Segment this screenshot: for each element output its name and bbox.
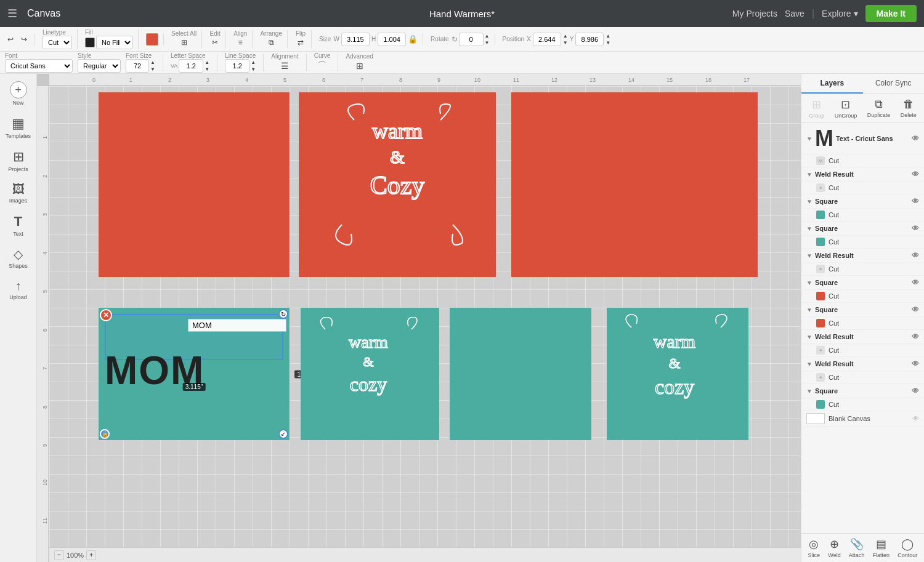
position-x-input[interactable]: [533, 33, 561, 46]
rotate-down-button[interactable]: ▼: [485, 39, 490, 46]
my-projects-link[interactable]: My Projects: [732, 9, 777, 18]
font-size-down-button[interactable]: ▼: [150, 66, 155, 73]
teal-rect-1[interactable]: MOM ✕ ↻ ↙ 🔒 3.115" 1.004": [99, 308, 290, 440]
line-color-swatch[interactable]: [146, 33, 158, 46]
edit-button[interactable]: ✂: [209, 37, 221, 48]
fill-color-swatch[interactable]: [85, 38, 95, 47]
layer-header-weld-4[interactable]: ▼ Weld Result 👁: [801, 357, 924, 371]
red-rect-2[interactable]: warm & Cozy: [299, 92, 496, 277]
font-size-input[interactable]: [126, 59, 149, 73]
line-space-up-button[interactable]: ▲: [251, 59, 256, 66]
panel-action-delete[interactable]: 🗑 Delete: [901, 98, 917, 119]
flip-button[interactable]: ⇄: [295, 37, 306, 48]
panel-action-weld[interactable]: ⊕ Weld: [828, 537, 840, 558]
layer-item-square-3[interactable]: Cut: [801, 290, 924, 303]
sidebar-item-images[interactable]: 🖼 Images: [0, 177, 36, 209]
layer-item-weld-3[interactable]: ✦ Cut: [801, 344, 924, 357]
eye-icon[interactable]: 👁: [912, 359, 919, 368]
canvas-area[interactable]: 0 1 2 3 4 5 6 7 8 9 10 11 12 13 14 15 16…: [37, 74, 801, 562]
font-size-up-button[interactable]: ▲: [150, 59, 155, 66]
red-rect-3[interactable]: [511, 92, 758, 277]
pos-y-up-button[interactable]: ▲: [606, 33, 610, 39]
sidebar-item-upload[interactable]: ↑ Upload: [0, 274, 36, 305]
arrange-button[interactable]: ⧉: [266, 37, 277, 48]
layer-header-square-5[interactable]: ▼ Square 👁: [801, 384, 924, 398]
eye-icon[interactable]: 👁: [912, 278, 919, 287]
sidebar-item-projects[interactable]: ⊞ Projects: [0, 144, 36, 177]
redo-button[interactable]: ↪: [18, 34, 30, 45]
sidebar-item-new[interactable]: + New: [0, 76, 36, 111]
sidebar-item-text[interactable]: T Text: [0, 209, 36, 242]
red-rect-1[interactable]: [99, 92, 290, 277]
pos-y-down-button[interactable]: ▼: [606, 39, 610, 46]
line-space-down-button[interactable]: ▼: [251, 66, 256, 73]
canvas-content[interactable]: warm & Cozy: [49, 86, 801, 547]
align-button[interactable]: ≡: [236, 37, 245, 48]
curve-button[interactable]: ⌒: [315, 59, 329, 73]
layer-item-square-5[interactable]: Cut: [801, 398, 924, 411]
eye-icon[interactable]: 👁: [912, 134, 919, 143]
layer-item-blank-canvas[interactable]: Blank Canvas 👁: [801, 411, 924, 427]
letter-space-up-button[interactable]: ▲: [205, 59, 209, 66]
panel-action-ungroup[interactable]: ⊡ UnGroup: [835, 98, 857, 119]
select-all-button[interactable]: ⊞: [179, 37, 190, 48]
layer-header-square-3[interactable]: ▼ Square 👁: [801, 276, 924, 290]
layer-header-square-4[interactable]: ▼ Square 👁: [801, 303, 924, 317]
font-select[interactable]: Cricut Sans: [5, 59, 73, 73]
panel-action-attach[interactable]: 📎 Attach: [849, 537, 865, 558]
eye-icon[interactable]: 👁: [912, 197, 919, 206]
zoom-in-button[interactable]: +: [86, 550, 96, 560]
save-link[interactable]: Save: [785, 9, 804, 18]
letter-space-input[interactable]: [179, 59, 203, 73]
tab-color-sync[interactable]: Color Sync: [863, 74, 925, 94]
layer-header-square-1[interactable]: ▼ Square 👁: [801, 195, 924, 209]
undo-button[interactable]: ↩: [5, 34, 16, 45]
panel-action-slice[interactable]: ◎ Slice: [808, 537, 821, 558]
sidebar-item-shapes[interactable]: ◇ Shapes: [0, 242, 36, 274]
zoom-out-button[interactable]: −: [54, 550, 64, 560]
panel-action-group[interactable]: ⊞ Group: [809, 98, 824, 119]
delete-handle[interactable]: ✕: [100, 309, 112, 321]
eye-icon[interactable]: 👁: [912, 387, 919, 395]
fill-select[interactable]: No Fill: [96, 36, 133, 49]
layer-item-square-2[interactable]: Cut: [801, 236, 924, 249]
layer-header-weld-3[interactable]: ▼ Weld Result 👁: [801, 330, 924, 344]
panel-action-flatten[interactable]: ▤ Flatten: [873, 537, 890, 558]
linetype-select[interactable]: Cut: [43, 36, 72, 49]
lock-aspect-icon[interactable]: 🔒: [408, 34, 418, 44]
letter-space-down-button[interactable]: ▼: [205, 66, 209, 73]
advanced-button[interactable]: ⊞: [354, 60, 366, 72]
make-it-button[interactable]: Make It: [865, 5, 917, 22]
eye-icon[interactable]: 👁: [912, 224, 919, 233]
rotate-input[interactable]: [459, 33, 484, 46]
rotate-handle[interactable]: ↻: [278, 309, 288, 319]
size-width-input[interactable]: [341, 33, 370, 46]
pos-x-up-button[interactable]: ▲: [563, 33, 568, 39]
lock-handle[interactable]: 🔒: [100, 429, 110, 439]
resize-handle-br[interactable]: ↙: [278, 429, 288, 439]
position-y-input[interactable]: [575, 33, 604, 46]
teal-rect-2[interactable]: warm & cozy: [301, 308, 439, 440]
layer-item-text-cut[interactable]: M Cut: [801, 155, 924, 167]
eye-icon[interactable]: 👁: [912, 251, 919, 260]
eye-hidden-icon[interactable]: 👁: [912, 415, 919, 422]
layer-item-weld-2[interactable]: ✦ Cut: [801, 263, 924, 276]
font-style-select[interactable]: Regular: [78, 59, 121, 73]
layer-header-text-cricut-sans[interactable]: ▼ M Text - Cricut Sans 👁: [801, 123, 924, 155]
teal-rect-3[interactable]: [450, 308, 591, 440]
size-height-input[interactable]: [378, 33, 406, 46]
tab-layers[interactable]: Layers: [801, 74, 863, 94]
layer-header-weld-1[interactable]: ▼ Weld Result 👁: [801, 167, 924, 182]
eye-icon[interactable]: 👁: [912, 332, 919, 341]
panel-action-duplicate[interactable]: ⧉ Duplicate: [867, 98, 891, 119]
layer-item-square-1[interactable]: Cut: [801, 209, 924, 222]
alignment-button[interactable]: ☰: [278, 60, 291, 72]
teal-rect-4[interactable]: warm & cozy: [607, 308, 748, 440]
line-space-input[interactable]: [225, 59, 249, 73]
layer-item-weld-4[interactable]: ✦ Cut: [801, 371, 924, 384]
pos-x-down-button[interactable]: ▼: [563, 39, 568, 46]
eye-icon[interactable]: 👁: [912, 305, 919, 314]
rotate-up-button[interactable]: ▲: [485, 33, 490, 39]
layer-header-weld-2[interactable]: ▼ Weld Result 👁: [801, 249, 924, 263]
eye-icon[interactable]: 👁: [912, 170, 919, 179]
